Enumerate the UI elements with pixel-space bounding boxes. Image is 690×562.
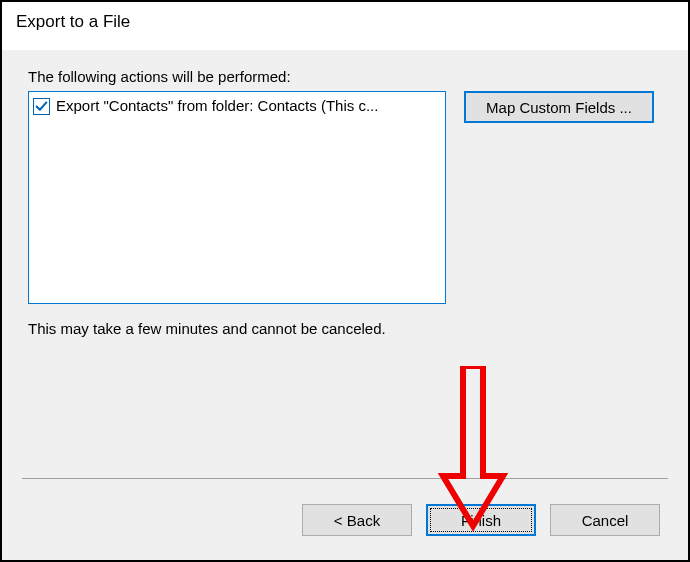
note-text: This may take a few minutes and cannot b… — [28, 320, 668, 337]
back-button[interactable]: < Back — [302, 504, 412, 536]
actions-heading: The following actions will be performed: — [28, 68, 668, 85]
actions-row: Export "Contacts" from folder: Contacts … — [28, 91, 668, 304]
dialog-content: The following actions will be performed:… — [2, 50, 688, 560]
wizard-button-row: < Back Finish Cancel — [302, 504, 660, 536]
separator — [22, 478, 668, 479]
actions-listbox[interactable]: Export "Contacts" from folder: Contacts … — [28, 91, 446, 304]
dialog-title-bar: Export to a File — [2, 2, 688, 50]
dialog-title: Export to a File — [16, 12, 130, 31]
export-wizard-dialog: Export to a File The following actions w… — [0, 0, 690, 562]
finish-button[interactable]: Finish — [426, 504, 536, 536]
list-item-label: Export "Contacts" from folder: Contacts … — [56, 95, 378, 117]
map-custom-fields-button[interactable]: Map Custom Fields ... — [464, 91, 654, 123]
cancel-button[interactable]: Cancel — [550, 504, 660, 536]
list-item[interactable]: Export "Contacts" from folder: Contacts … — [33, 95, 441, 117]
checkbox-icon[interactable] — [33, 98, 50, 115]
